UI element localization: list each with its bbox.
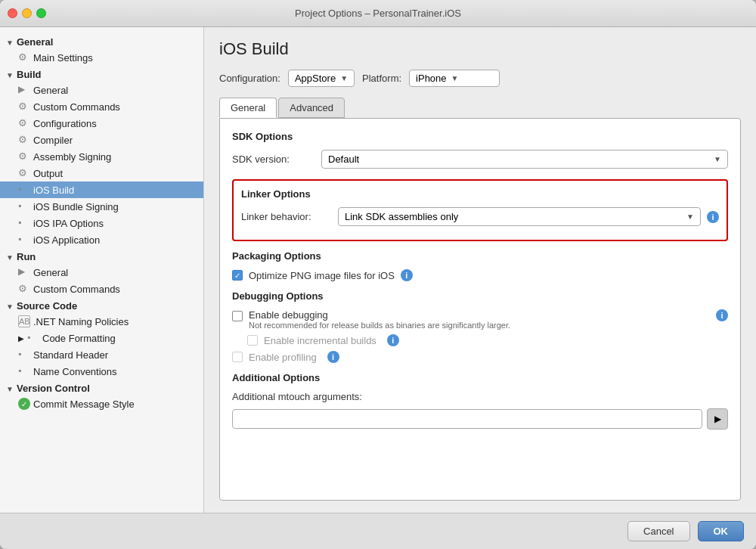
sidebar-item-standard-header-label: Standard Header — [33, 349, 108, 361]
enable-profiling-checkbox[interactable] — [232, 352, 243, 362]
config-row: Configuration: AppStore ▼ Platform: iPho… — [219, 70, 741, 87]
gear-icon: ⚙ — [18, 51, 30, 64]
titlebar: Project Options – PersonalTrainer.iOS — [0, 0, 756, 27]
sidebar-item-output-label: Output — [33, 168, 63, 179]
mtouch-label: Additional mtouch arguments: — [232, 391, 362, 402]
doc-icon: ▪ — [27, 332, 39, 344]
ok-button[interactable]: OK — [698, 521, 745, 541]
sidebar-item-compiler-label: Compiler — [33, 135, 73, 146]
tab-general[interactable]: General — [219, 98, 277, 118]
sidebar-item-ios-ipa-options-label: iOS IPA Options — [33, 218, 104, 229]
sidebar-item-name-conventions-label: Name Conventions — [33, 366, 117, 377]
sdk-version-label: SDK version: — [232, 154, 315, 165]
sidebar-item-run-general[interactable]: ▶ General — [0, 264, 203, 281]
sidebar-item-name-conventions[interactable]: ▪ Name Conventions — [0, 363, 203, 380]
sidebar-section-version-control-label: Version Control — [17, 383, 90, 394]
chevron-down-icon: ▼ — [714, 155, 721, 163]
sidebar-section-version-control[interactable]: ▼ Version Control — [0, 380, 203, 395]
close-button[interactable] — [8, 8, 17, 18]
sidebar-item-ios-application[interactable]: ▪ iOS Application — [0, 231, 203, 248]
sidebar-item-ios-build[interactable]: ▪ iOS Build — [0, 181, 203, 198]
sidebar-item-ios-ipa-options[interactable]: ▪ iOS IPA Options — [0, 215, 203, 231]
enable-debugging-checkbox[interactable] — [232, 311, 243, 321]
linker-behavior-row: Linker behavior: Link SDK assemblies onl… — [241, 207, 719, 226]
traffic-lights — [8, 8, 46, 18]
doc-icon: ▪ — [18, 234, 30, 246]
expand-arrow-icon: ▶ — [18, 334, 26, 343]
triangle-icon: ▼ — [6, 253, 14, 261]
sidebar-section-source-code[interactable]: ▼ Source Code — [0, 297, 203, 313]
enable-debugging-info-icon[interactable]: i — [716, 309, 728, 321]
linker-options-section: Linker Options Linker behavior: Link SDK… — [232, 179, 728, 241]
enable-incremental-row: Enable incremental builds i — [247, 334, 728, 346]
triangle-icon: ▼ — [6, 71, 14, 79]
sidebar-item-run-custom-commands[interactable]: ⚙ Custom Commands — [0, 281, 203, 297]
sdk-version-dropdown[interactable]: Default ▼ — [321, 150, 728, 169]
minimize-button[interactable] — [22, 8, 32, 18]
enable-incremental-label: Enable incremental builds — [264, 335, 376, 346]
play-icon: ▶ — [18, 266, 30, 278]
enable-incremental-info-icon[interactable]: i — [387, 334, 399, 346]
enable-debugging-row: Enable debugging Not recommended for rel… — [232, 309, 728, 330]
sidebar-item-custom-commands[interactable]: ⚙ Custom Commands — [0, 98, 203, 115]
platform-value: iPhone — [416, 73, 446, 84]
maximize-button[interactable] — [36, 8, 46, 18]
sidebar-section-general[interactable]: ▼ General — [0, 33, 203, 49]
cancel-button[interactable]: Cancel — [627, 521, 689, 541]
sidebar-item-configurations[interactable]: ⚙ Configurations — [0, 115, 203, 132]
sidebar-item-net-naming-label: .NET Naming Policies — [33, 316, 129, 327]
optimize-png-label: Optimize PNG image files for iOS — [249, 270, 395, 281]
triangle-icon: ▼ — [6, 302, 14, 310]
sidebar-item-code-formatting[interactable]: ▶ ▪ Code Formatting — [0, 330, 203, 346]
sdk-version-row: SDK version: Default ▼ — [232, 150, 728, 169]
optimize-png-checkbox[interactable] — [232, 270, 243, 281]
ab-icon: AB — [18, 315, 30, 327]
sidebar-item-commit-message-style-label: Commit Message Style — [33, 399, 135, 410]
enable-profiling-info-icon[interactable]: i — [327, 351, 339, 363]
gear-icon: ⚙ — [18, 283, 30, 295]
sidebar-item-build-general[interactable]: ▶ General — [0, 82, 203, 98]
sidebar-item-standard-header[interactable]: ▪ Standard Header — [0, 346, 203, 363]
mtouch-label-row: Additional mtouch arguments: — [232, 391, 728, 402]
gear-icon: ⚙ — [18, 117, 30, 129]
sidebar-item-net-naming[interactable]: AB .NET Naming Policies — [0, 313, 203, 330]
sidebar-item-compiler[interactable]: ⚙ Compiler — [0, 132, 203, 148]
debugging-options-title: Debugging Options — [232, 290, 728, 302]
sidebar-item-assembly-signing-label: Assembly Signing — [33, 151, 111, 163]
gear-icon: ⚙ — [18, 150, 30, 163]
tab-advanced[interactable]: Advanced — [278, 98, 345, 118]
sidebar-section-build-label: Build — [17, 69, 42, 80]
sidebar-item-code-formatting-label: Code Formatting — [42, 333, 116, 344]
sidebar-item-build-general-label: General — [33, 85, 68, 96]
linker-behavior-value: Link SDK assemblies only — [345, 211, 458, 222]
gear-icon: ⚙ — [18, 167, 30, 179]
sidebar-item-ios-bundle-signing[interactable]: ▪ iOS Bundle Signing — [0, 198, 203, 215]
content-area: ▼ General ⚙ Main Settings ▼ Build ▶ Gene… — [0, 27, 756, 513]
run-mtouch-button[interactable]: ▶ — [707, 408, 728, 430]
mtouch-input[interactable] — [232, 409, 702, 429]
enable-debugging-sublabel: Not recommended for release builds as bi… — [249, 321, 510, 330]
doc-icon: ▪ — [18, 365, 30, 377]
configuration-dropdown[interactable]: AppStore ▼ — [288, 70, 355, 87]
linker-info-icon[interactable]: i — [707, 211, 719, 223]
sidebar-section-build[interactable]: ▼ Build — [0, 66, 203, 82]
sidebar-section-run[interactable]: ▼ Run — [0, 248, 203, 264]
sidebar-section-source-code-label: Source Code — [17, 300, 77, 312]
doc-icon: ▪ — [18, 217, 30, 229]
enable-incremental-checkbox[interactable] — [247, 335, 258, 346]
play-icon: ▶ — [18, 84, 30, 96]
main-window: Project Options – PersonalTrainer.iOS ▼ … — [0, 0, 756, 549]
sidebar-item-output[interactable]: ⚙ Output — [0, 165, 203, 181]
additional-options-title: Additional Options — [232, 372, 728, 383]
panel-title: iOS Build — [219, 39, 741, 59]
sidebar-item-assembly-signing[interactable]: ⚙ Assembly Signing — [0, 148, 203, 165]
configuration-label: Configuration: — [219, 73, 280, 84]
chevron-down-icon: ▼ — [686, 212, 694, 221]
platform-dropdown[interactable]: iPhone ▼ — [409, 70, 500, 87]
sidebar-item-main-settings[interactable]: ⚙ Main Settings — [0, 49, 203, 66]
sidebar-item-commit-message-style[interactable]: ✓ Commit Message Style — [0, 395, 203, 412]
linker-behavior-dropdown[interactable]: Link SDK assemblies only ▼ — [338, 207, 701, 226]
optimize-png-info-icon[interactable]: i — [401, 269, 413, 281]
optimize-png-row: Optimize PNG image files for iOS i — [232, 269, 728, 281]
sidebar-item-ios-bundle-signing-label: iOS Bundle Signing — [33, 201, 119, 212]
